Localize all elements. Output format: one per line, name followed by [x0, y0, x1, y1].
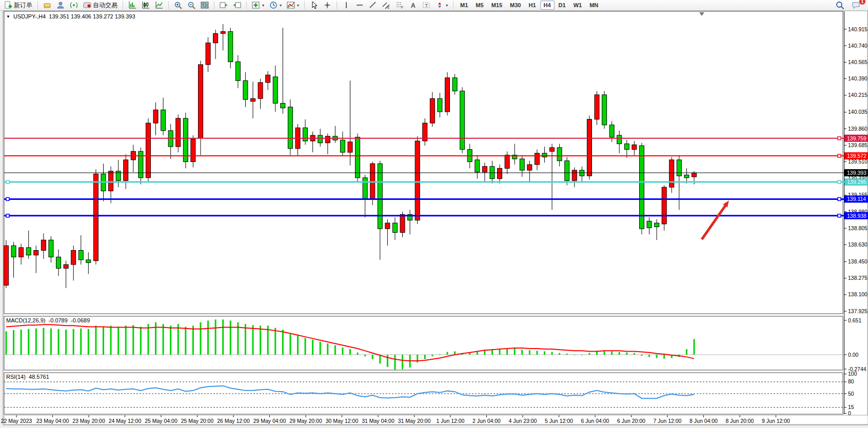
tile-windows-button[interactable] — [199, 1, 211, 10]
news-button[interactable] — [68, 1, 80, 10]
macd-histogram-bar — [73, 329, 74, 355]
rsi-name: RSI(14) — [6, 374, 26, 380]
zoom-in-button[interactable] — [172, 1, 184, 10]
collapse-triangle-icon[interactable]: ▼ — [6, 14, 10, 19]
macd-histogram-bar — [125, 325, 127, 355]
toolbar: 新订单 自动交易 — [0, 0, 868, 11]
candle — [370, 164, 375, 198]
auto-scroll-button[interactable] — [218, 1, 230, 10]
candle — [647, 221, 652, 228]
time-axis-label: 4 Jun 23:00 — [509, 418, 537, 424]
chart-canvas[interactable]: 140.915140.740140.565140.390140.215140.0… — [0, 0, 868, 428]
macd-axis-label: 0.00 — [848, 352, 859, 358]
macd-histogram-bar — [35, 329, 37, 355]
line-chart-button[interactable] — [153, 1, 165, 10]
macd-histogram-bar — [686, 349, 687, 355]
terminal-button[interactable] — [54, 1, 67, 10]
candle — [572, 170, 577, 180]
timeframe-M1[interactable]: M1 — [457, 1, 471, 10]
indicators-button[interactable]: ▾ — [250, 1, 266, 10]
timeframe-M15[interactable]: M15 — [488, 1, 506, 10]
macd-histogram-bar — [132, 325, 134, 355]
trendline-button[interactable] — [367, 1, 379, 10]
price-tick-label: 139.685 — [848, 142, 867, 148]
time-axis-label: 25 May 04:00 — [145, 418, 177, 424]
timeframe-M5[interactable]: M5 — [472, 1, 487, 10]
macd-histogram-bar — [379, 355, 381, 363]
hline-handle[interactable] — [838, 154, 841, 157]
macd-histogram-bar — [177, 324, 179, 355]
chart-shift-button[interactable] — [231, 1, 243, 10]
periods-button[interactable]: ▾ — [267, 1, 284, 10]
new-order-button[interactable]: 新订单 — [2, 1, 34, 10]
candle — [438, 98, 442, 112]
gold-button[interactable] — [41, 1, 53, 10]
hline-handle[interactable] — [838, 180, 841, 184]
timeframe-W1[interactable]: W1 — [570, 1, 586, 10]
macd-histogram-bar — [207, 321, 209, 355]
candle — [482, 167, 487, 172]
time-axis-label: 22 May 2023 — [1, 418, 32, 424]
timeframe-M30[interactable]: M30 — [506, 1, 524, 10]
macd-pane[interactable] — [4, 316, 843, 370]
candlestick-chart-button[interactable] — [140, 1, 152, 10]
timeframe-D1[interactable]: D1 — [555, 1, 569, 10]
macd-histogram-bar — [289, 334, 291, 355]
text-label-button[interactable]: T — [420, 1, 432, 10]
macd-histogram-bar — [634, 353, 635, 355]
time-axis-label: 8 Jun 20:00 — [726, 418, 754, 424]
notifications-button[interactable]: 1 — [850, 1, 863, 10]
macd-histogram-bar — [147, 324, 149, 355]
time-axis-label: 23 May 20:00 — [72, 418, 105, 424]
hline-handle[interactable] — [6, 214, 9, 217]
macd-axis-label: 0.651 — [848, 317, 861, 323]
time-axis-label: 1 Jun 12:00 — [437, 418, 465, 424]
macd-name: MACD(12,26,9) — [6, 317, 45, 323]
candle — [609, 125, 614, 137]
candle — [191, 139, 195, 161]
crosshair-button[interactable] — [321, 1, 333, 10]
candle — [318, 135, 323, 143]
candle — [71, 250, 76, 264]
hline-handle[interactable] — [838, 137, 841, 140]
hline-handle[interactable] — [838, 214, 841, 217]
time-axis-label: 5 Jun 12:00 — [545, 418, 573, 424]
timeframe-MN[interactable]: MN — [586, 1, 602, 10]
equidistant-channel-button[interactable]: E — [380, 1, 392, 10]
horizontal-line-button[interactable] — [353, 1, 366, 10]
candle — [527, 165, 532, 170]
cursor-button[interactable] — [308, 1, 320, 10]
main-pane[interactable] — [4, 11, 843, 314]
candle — [266, 75, 270, 83]
candle — [251, 98, 255, 101]
macd-histogram-bar — [529, 350, 530, 355]
hline-handle[interactable] — [6, 180, 9, 184]
time-axis-label: 7 Jun 12:00 — [654, 418, 682, 424]
templates-button[interactable]: ▾ — [285, 1, 301, 10]
macd-histogram-bar — [222, 319, 224, 355]
candle — [206, 43, 210, 65]
rsi-axis-label: 100 — [848, 371, 857, 377]
zoom-out-button[interactable] — [185, 1, 198, 10]
macd-histogram-bar — [21, 330, 22, 355]
macd-histogram-bar — [230, 321, 231, 355]
arrows-button[interactable]: ▾ — [433, 1, 450, 10]
candle — [348, 142, 352, 152]
price-line-label-text: 138.938 — [847, 213, 866, 219]
text-button[interactable]: A — [407, 1, 419, 10]
vertical-line-icon — [342, 1, 350, 9]
timeframe-H1[interactable]: H1 — [525, 1, 539, 10]
svg-text:T: T — [425, 3, 428, 8]
candle — [677, 160, 681, 176]
hline-handle[interactable] — [838, 197, 841, 200]
hline-handle[interactable] — [6, 197, 9, 200]
timeframe-H4[interactable]: H4 — [540, 1, 555, 10]
bar-chart-button[interactable] — [126, 1, 139, 10]
autotrade-button[interactable]: 自动交易 — [81, 1, 120, 10]
search-button[interactable] — [834, 1, 846, 10]
price-tick-label: 138.630 — [848, 241, 867, 248]
fibonacci-button[interactable]: F — [393, 1, 406, 10]
vertical-line-button[interactable] — [340, 1, 352, 10]
macd-histogram-bar — [364, 355, 366, 356]
time-axis-label: 24 May 12:00 — [109, 418, 142, 424]
